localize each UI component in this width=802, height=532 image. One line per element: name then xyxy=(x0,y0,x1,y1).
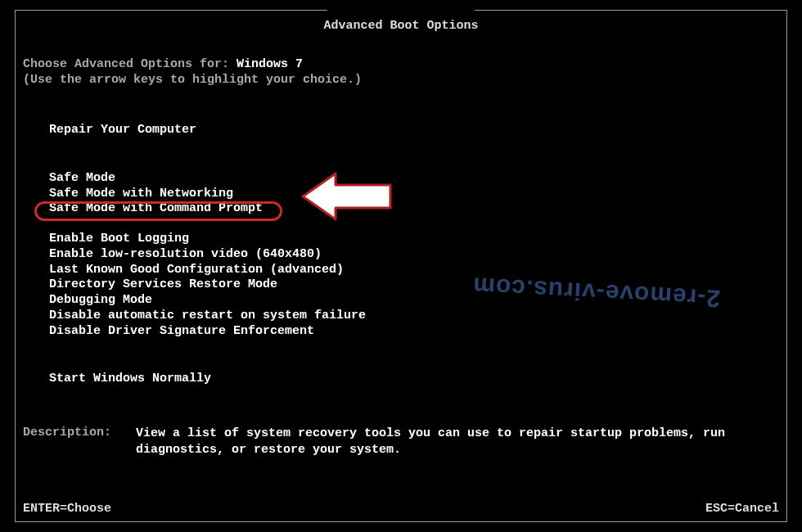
footer-enter-hint: ENTER=Choose xyxy=(23,502,111,516)
option-start-normally[interactable]: Start Windows Normally xyxy=(44,372,216,387)
page-title: Advanced Boot Options xyxy=(0,19,802,33)
option-boot-logging[interactable]: Enable Boot Logging xyxy=(44,232,194,247)
option-directory-services-restore[interactable]: Directory Services Restore Mode xyxy=(44,277,282,293)
footer-esc-hint: ESC=Cancel xyxy=(705,502,779,516)
option-disable-driver-sig[interactable]: Disable Driver Signature Enforcement xyxy=(44,324,319,340)
arrow-keys-hint: (Use the arrow keys to highlight your ch… xyxy=(23,73,779,87)
option-debugging-mode[interactable]: Debugging Mode xyxy=(44,293,157,309)
option-disable-auto-restart[interactable]: Disable automatic restart on system fail… xyxy=(44,309,371,324)
option-safe-mode-command-prompt[interactable]: Safe Mode with Command Prompt xyxy=(44,201,268,217)
choose-prompt: Choose Advanced Options for: Windows 7 xyxy=(23,57,779,71)
description-label: Description: xyxy=(23,426,136,458)
option-repair-computer[interactable]: Repair Your Computer xyxy=(44,123,201,138)
os-name: Windows 7 xyxy=(237,57,303,71)
description-text: View a list of system recovery tools you… xyxy=(136,426,779,458)
option-safe-mode-networking[interactable]: Safe Mode with Networking xyxy=(44,187,238,202)
option-low-res-video[interactable]: Enable low-resolution video (640x480) xyxy=(44,247,327,263)
option-safe-mode[interactable]: Safe Mode xyxy=(44,171,120,187)
option-last-known-good[interactable]: Last Known Good Configuration (advanced) xyxy=(44,263,349,278)
